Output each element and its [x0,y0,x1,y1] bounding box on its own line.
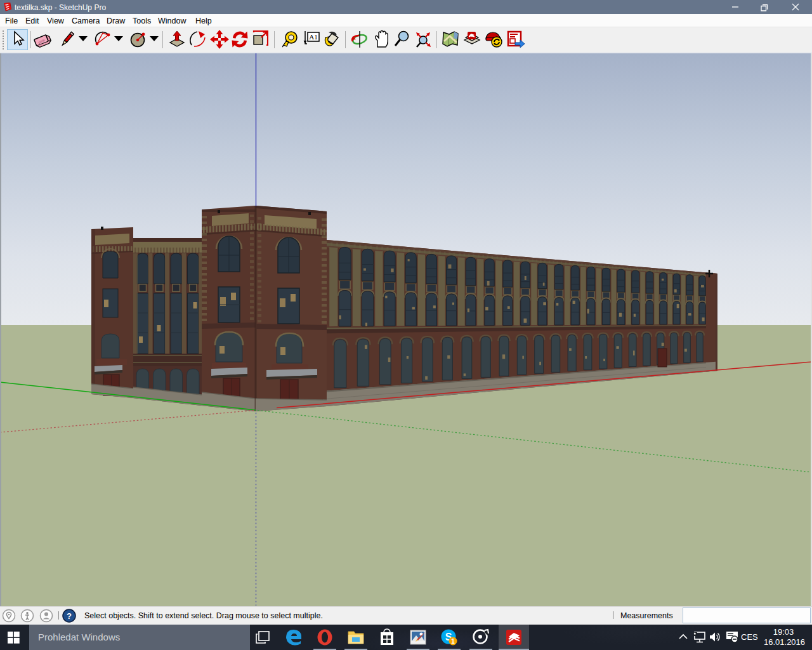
svg-text:?: ? [67,611,72,621]
svg-text:A1: A1 [309,33,317,41]
svg-text:1: 1 [451,638,455,645]
